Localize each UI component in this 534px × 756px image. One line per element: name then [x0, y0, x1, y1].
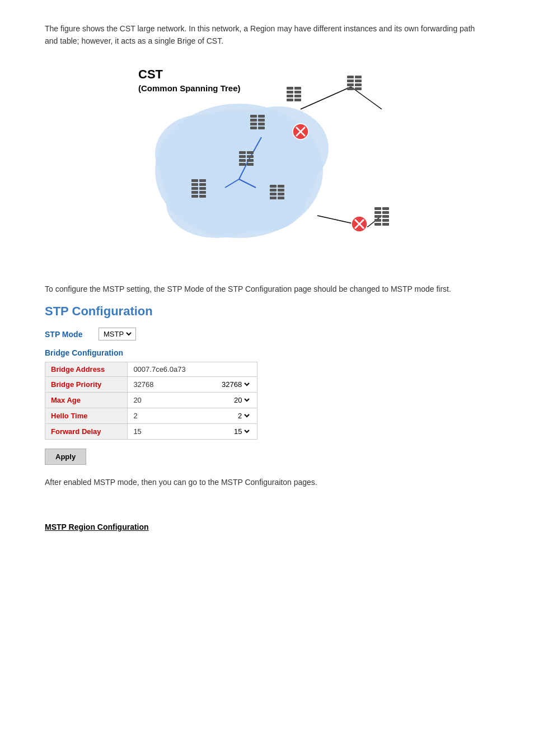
svg-rect-41 [247, 155, 254, 158]
svg-rect-73 [382, 223, 389, 226]
svg-rect-27 [355, 83, 362, 86]
svg-rect-48 [191, 183, 198, 186]
stp-mode-label: STP Mode [45, 330, 90, 339]
svg-rect-25 [355, 80, 362, 82]
bridge-config-title: Bridge Configuration [45, 348, 489, 357]
bridge-priority-cell[interactable]: 32768 32768 0 4096 8192 [128, 377, 257, 393]
svg-rect-50 [191, 187, 198, 190]
table-row: Bridge Priority 32768 32768 0 4096 8192 [45, 377, 257, 393]
svg-rect-69 [382, 215, 389, 218]
apply-button[interactable]: Apply [45, 449, 86, 465]
svg-rect-47 [199, 179, 206, 182]
svg-rect-39 [247, 151, 254, 154]
svg-rect-71 [382, 219, 389, 222]
config-intro-text: To configure the MSTP setting, the STP M… [45, 283, 489, 295]
stp-mode-row: STP Mode MSTP STP RSTP [45, 328, 489, 340]
stp-mode-select-wrapper[interactable]: MSTP STP RSTP [99, 328, 136, 340]
stp-config-title: STP Configuration [45, 304, 489, 319]
svg-rect-22 [347, 76, 354, 78]
bridge-priority-value: 32768 [133, 380, 153, 389]
svg-rect-30 [250, 115, 257, 118]
svg-rect-34 [250, 123, 257, 125]
svg-rect-20 [287, 99, 293, 101]
svg-rect-52 [191, 191, 198, 194]
hello-time-cell[interactable]: 2 2 1 3 [128, 408, 257, 424]
svg-rect-23 [355, 76, 362, 78]
svg-rect-53 [199, 191, 206, 194]
svg-rect-59 [278, 189, 284, 192]
bridge-config-table: Bridge Address 0007.7ce6.0a73 Bridge Pri… [45, 362, 257, 440]
svg-rect-51 [199, 187, 206, 190]
max-age-cell[interactable]: 20 20 15 25 [128, 393, 257, 408]
svg-rect-19 [294, 95, 301, 97]
svg-rect-49 [199, 183, 206, 186]
svg-rect-16 [287, 95, 293, 97]
svg-rect-64 [374, 207, 381, 210]
svg-rect-62 [270, 197, 277, 199]
after-text-paragraph: After enabled MSTP mode, then you can go… [45, 476, 489, 488]
svg-rect-38 [239, 151, 246, 154]
svg-rect-46 [191, 179, 198, 182]
bridge-address-value: 0007.7ce6.0a73 [128, 362, 257, 377]
svg-rect-63 [278, 197, 284, 199]
svg-rect-55 [199, 195, 206, 198]
svg-line-6 [301, 87, 351, 109]
svg-rect-36 [250, 127, 257, 129]
forward-delay-cell[interactable]: 15 15 10 20 [128, 424, 257, 440]
svg-rect-66 [374, 211, 381, 214]
hello-time-label: Hello Time [45, 408, 128, 424]
max-age-label: Max Age [45, 393, 128, 408]
mstp-region-config-link[interactable]: MSTP Region Configuration [45, 522, 489, 531]
intro-paragraph: The figure shows the CST large network. … [45, 22, 489, 48]
svg-rect-43 [247, 159, 254, 162]
svg-rect-26 [347, 83, 354, 86]
svg-rect-18 [294, 91, 301, 94]
svg-rect-21 [294, 99, 301, 101]
svg-rect-68 [374, 215, 381, 218]
cst-diagram: CST (Common Spanning Tree) [45, 59, 489, 266]
svg-rect-40 [239, 155, 246, 158]
svg-rect-72 [374, 223, 381, 226]
svg-rect-29 [355, 87, 362, 90]
max-age-value: 20 [133, 396, 141, 404]
svg-rect-70 [374, 219, 381, 222]
svg-rect-65 [382, 207, 389, 210]
svg-rect-61 [278, 193, 284, 195]
svg-rect-67 [382, 211, 389, 214]
table-row: Hello Time 2 2 1 3 [45, 408, 257, 424]
svg-rect-28 [347, 87, 354, 90]
table-row: Bridge Address 0007.7ce6.0a73 [45, 362, 257, 377]
max-age-dropdown[interactable]: 20 15 25 [232, 395, 251, 405]
forward-delay-label: Forward Delay [45, 424, 128, 440]
svg-text:(Common Spanning Tree): (Common Spanning Tree) [138, 83, 241, 93]
svg-rect-14 [287, 87, 293, 90]
svg-rect-58 [270, 189, 277, 192]
table-row: Max Age 20 20 15 25 [45, 393, 257, 408]
stp-mode-dropdown[interactable]: MSTP STP RSTP [101, 329, 133, 339]
svg-rect-35 [258, 123, 265, 125]
svg-rect-56 [270, 185, 277, 188]
svg-rect-32 [250, 119, 257, 122]
svg-rect-45 [247, 163, 254, 166]
svg-rect-60 [270, 193, 277, 195]
svg-rect-37 [258, 127, 265, 129]
svg-rect-33 [258, 119, 265, 122]
hello-time-dropdown[interactable]: 2 1 3 [236, 411, 251, 421]
forward-delay-value: 15 [133, 427, 141, 436]
svg-rect-17 [294, 87, 301, 90]
svg-rect-54 [191, 195, 198, 198]
forward-delay-dropdown[interactable]: 15 10 20 [232, 427, 251, 436]
svg-rect-15 [287, 91, 293, 94]
svg-text:CST: CST [138, 67, 163, 81]
table-row: Forward Delay 15 15 10 20 [45, 424, 257, 440]
bridge-address-label: Bridge Address [45, 362, 128, 377]
svg-rect-57 [278, 185, 284, 188]
svg-rect-44 [239, 163, 246, 166]
svg-rect-31 [258, 115, 265, 118]
bridge-priority-dropdown[interactable]: 32768 0 4096 8192 [219, 380, 251, 389]
hello-time-value: 2 [133, 412, 137, 420]
svg-rect-42 [239, 159, 246, 162]
svg-rect-24 [347, 80, 354, 82]
bridge-priority-label: Bridge Priority [45, 377, 128, 393]
